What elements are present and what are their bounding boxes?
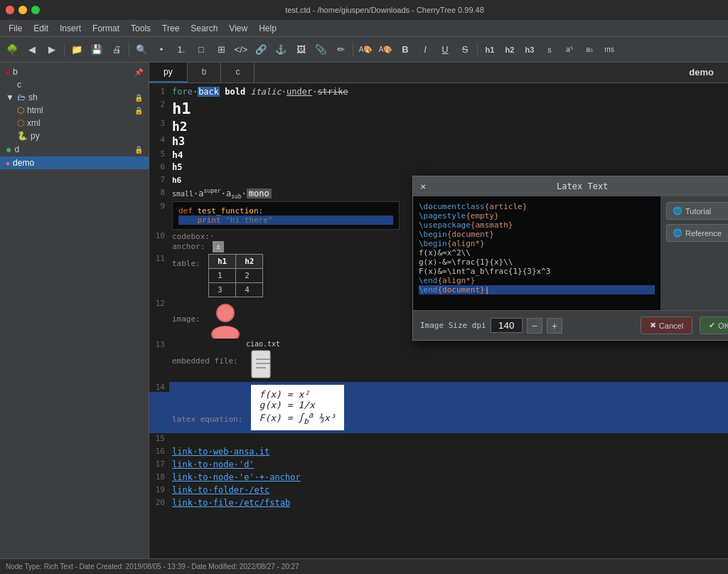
dialog-footer: Image Size dpi − + ✖ Cancel ✔ OK [413,310,728,340]
anchor-widget[interactable]: ⚓ [213,241,224,253]
lock-icon-html: 🔒 [134,107,143,115]
menu-tree[interactable]: Tree [156,22,185,35]
reference-icon: 🌐 [673,228,682,238]
link-web[interactable]: link·to·web·ansa.it [172,447,269,457]
menu-search[interactable]: Search [185,22,223,35]
sidebar-label-xml: xml [27,118,41,128]
tab-c[interactable]: c [221,63,255,83]
code-button[interactable]: </> [232,41,250,59]
sidebar-item-xml[interactable]: ⬡ xml [0,117,149,129]
inline-table: h1h2 12 34 [208,254,264,297]
menu-file[interactable]: File [3,22,28,35]
lock-icon-sh: 🔒 [134,94,143,102]
toolbar: 🌳 ◀ ▶ 📁 💾 🖨 🔍 • 1. □ ⊞ </> 🔗 ⚓ 🖼 📎 ✏ A🎨 … [0,37,728,63]
image-size-label: Image Size dpi [420,321,486,330]
line-3: 3 h2 [149,118,728,134]
bold-button[interactable]: B [396,41,414,59]
content-area: py b c demo 1 fore·back bold italic·unde… [149,63,728,558]
tab-b[interactable]: b [188,63,222,83]
h2-button[interactable]: h2 [500,41,519,59]
sidebar-item-sh[interactable]: ▼ 🗁 sh 🔒 [0,91,149,104]
status-text: Node Type: Rich Text - Date Created: 201… [6,563,299,570]
window-controls[interactable] [6,6,40,14]
cancel-icon: ✖ [650,321,656,330]
menu-view[interactable]: View [223,22,253,35]
bullet-button[interactable]: • [152,41,171,59]
strikethrough-button[interactable]: S [456,41,474,59]
numbered-button[interactable]: 1. [172,41,191,59]
sidebar-item-py[interactable]: 🐍 py [0,129,149,142]
sidebar-item-d[interactable]: ● d 🔒 [0,142,149,156]
line-16: 16 link·to·web·ansa.it [149,446,728,459]
avatar-image [208,299,242,339]
anchor-button[interactable]: ⚓ [272,41,290,59]
minimize-button[interactable] [18,6,27,14]
forward-button[interactable]: ▶ [43,41,61,59]
html-icon: ⬡ [17,105,24,115]
superscript-button[interactable]: a⁵ [560,41,579,59]
mono-button[interactable]: ms [600,41,619,59]
attachment-button[interactable]: 📎 [311,41,330,59]
link-button[interactable]: 🔗 [252,41,270,59]
latex-editor[interactable]: \documentclass{article} \pagestyle{empty… [413,196,660,310]
line-4: 4 h3 [149,134,728,149]
close-button[interactable] [6,6,14,14]
menu-format[interactable]: Format [87,22,125,35]
link-node-d[interactable]: link·to·node·'d' [172,459,255,469]
sidebar-label-b: b [13,67,18,77]
link-node-e[interactable]: link·to·node·'e'·+·anchor [172,472,301,482]
sidebar-item-b[interactable]: ● b 📌 [0,65,149,78]
print-button[interactable]: 🖨 [107,41,126,59]
link-folder[interactable]: link·to·folder·/etc [172,485,269,495]
dialog-titlebar: × Latex Text [413,176,728,196]
new-node-button[interactable]: 🌳 [3,41,21,59]
code-block: def test_function: print "hi there" [172,201,400,230]
document-title: demo [675,63,728,83]
image-button[interactable]: 🖼 [291,41,310,59]
sidebar-item-c[interactable]: c [0,78,149,91]
h1-button[interactable]: h1 [481,41,499,59]
dpi-input[interactable] [491,318,523,333]
cancel-button[interactable]: ✖ Cancel [641,317,692,334]
save-button[interactable]: 💾 [87,41,106,59]
menubar: File Edit Insert Format Tools Tree Searc… [0,20,728,37]
tab-py[interactable]: py [149,63,188,83]
ok-button[interactable]: ✔ OK [700,317,728,334]
todo-button[interactable]: □ [192,41,210,59]
sidebar-label-py: py [31,131,40,141]
dpi-decrease-button[interactable]: − [527,318,542,334]
underline-button[interactable]: U [436,41,454,59]
italic-button[interactable]: I [416,41,434,59]
sidebar-item-demo[interactable]: ● demo [0,156,149,169]
h3-button[interactable]: h3 [520,41,539,59]
find-button[interactable]: 🔍 [132,41,151,59]
menu-tools[interactable]: Tools [125,22,156,35]
back-button[interactable]: ◀ [23,41,41,59]
editor[interactable]: 1 fore·back bold italic·under·strike 2 h… [149,83,728,558]
d-icon: ● [6,144,11,155]
folder-icon-sh: 🗁 [17,92,26,102]
maximize-button[interactable] [31,6,40,14]
sidebar-label-html: html [27,105,43,115]
subscript-button[interactable]: a₅ [580,41,599,59]
menu-insert[interactable]: Insert [54,22,87,35]
menu-help[interactable]: Help [253,22,282,35]
sidebar-label-d: d [14,144,19,154]
tutorial-button[interactable]: 🌐 Tutorial [666,202,728,220]
menu-edit[interactable]: Edit [28,22,54,35]
dpi-increase-button[interactable]: + [547,318,562,334]
window-title: test.ctd - /home/giuspen/Downloads - Che… [47,6,722,14]
table-button[interactable]: ⊞ [212,41,230,59]
color-button[interactable]: A🎨 [356,41,375,59]
open-button[interactable]: 📁 [68,41,86,59]
line-15: 15 [149,433,728,446]
bg-color-button[interactable]: A🎨 [376,41,395,59]
statusbar: Node Type: Rich Text - Date Created: 201… [0,558,728,574]
small-button[interactable]: s [540,41,559,59]
embedded-file-widget[interactable]: ciao.txt [246,340,280,381]
sidebar-item-html[interactable]: ⬡ html 🔒 [0,104,149,117]
dialog-close-button[interactable]: × [420,181,426,192]
reference-button[interactable]: 🌐 Reference [666,224,728,242]
draw-button[interactable]: ✏ [331,41,350,59]
link-file[interactable]: link·to·file·/etc/fstab [172,498,290,508]
